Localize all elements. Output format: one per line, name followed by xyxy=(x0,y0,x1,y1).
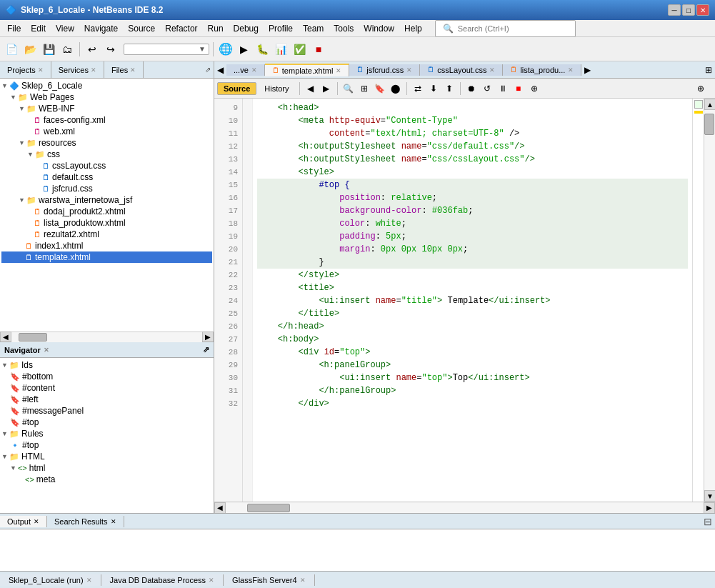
tree-item-jsfcrud[interactable]: ▶ 🗒 jsfcrud.css xyxy=(1,183,212,194)
back-button[interactable]: ◀ xyxy=(304,81,318,96)
nav-item-html[interactable]: ▼ 📁 HTML xyxy=(1,451,212,462)
close-run-glassfish[interactable]: ✕ xyxy=(300,577,306,584)
open-project-button[interactable]: 📂 xyxy=(21,41,39,58)
menu-debug[interactable]: Debug xyxy=(229,22,263,35)
expand-arrow[interactable]: ▼ xyxy=(19,139,25,146)
tree-item-resources[interactable]: ▼ 📁 resources xyxy=(1,137,212,149)
nav-item-top[interactable]: 🔖 #top xyxy=(1,417,212,428)
next-diff[interactable]: ⬇ xyxy=(426,81,441,96)
tab-search-results[interactable]: Search Results ✕ xyxy=(47,516,124,527)
tree-item-dodaj[interactable]: ▶ 🗒 dodaj_produkt2.xhtml xyxy=(1,206,212,217)
tree-item-sklep[interactable]: ▼ 🔷 Sklep_6_Locale xyxy=(1,80,212,91)
maximize-button[interactable]: □ xyxy=(682,4,695,16)
code-content[interactable]: <h:head> <meta http-equiv="Content-Type"… xyxy=(253,99,692,502)
maximize-editor-icon[interactable]: ⊞ xyxy=(705,65,712,75)
pause-button[interactable]: ⏸ xyxy=(496,81,510,96)
nav-item-ids[interactable]: ▼ 📁 Ids xyxy=(1,359,212,371)
left-panel-hscroll[interactable]: ◀ ▶ xyxy=(0,332,214,342)
nav-item-rules[interactable]: ▼ 📁 Rules xyxy=(1,428,212,439)
editor-vscroll[interactable]: ▲ ▼ xyxy=(704,99,715,502)
stop-button[interactable]: ■ xyxy=(310,41,327,58)
tab-ve[interactable]: ...ve ✕ xyxy=(226,64,265,76)
bottom-panel-float-button[interactable]: ⊟ xyxy=(701,516,715,527)
close-button[interactable]: ✕ xyxy=(696,4,709,16)
menu-team[interactable]: Team xyxy=(299,22,328,35)
forward-button[interactable]: ▶ xyxy=(319,81,334,96)
menu-edit[interactable]: Edit xyxy=(26,22,50,35)
tab-jsfcrud[interactable]: 🗒 jsfcrud.css ✕ xyxy=(349,64,420,76)
find-usages-button[interactable]: ⊞ xyxy=(357,81,371,96)
undo-button[interactable]: ↩ xyxy=(84,41,101,58)
tab-lista[interactable]: 🗒 lista_produ... ✕ xyxy=(503,64,581,76)
save-button[interactable]: 💾 xyxy=(40,41,57,58)
search-input[interactable] xyxy=(458,24,572,33)
save-all-button[interactable]: 🗂 xyxy=(59,41,76,58)
menu-help[interactable]: Help xyxy=(400,22,426,35)
menu-view[interactable]: View xyxy=(51,22,79,35)
close-run-sklep[interactable]: ✕ xyxy=(86,577,92,584)
new-project-button[interactable]: 📄 xyxy=(3,41,20,58)
nav-item-rules-top[interactable]: 🔹 #top xyxy=(1,439,212,451)
profile-button[interactable]: 📊 xyxy=(273,41,290,58)
close-run-javadb[interactable]: ✕ xyxy=(209,577,214,584)
close-files-icon[interactable]: ✕ xyxy=(130,66,136,74)
tree-item-warstwa[interactable]: ▼ 📁 warstwa_internetowa_jsf xyxy=(1,194,212,206)
menu-tools[interactable]: Tools xyxy=(329,22,358,35)
redo-button[interactable]: ↪ xyxy=(102,41,119,58)
hscroll-left-button[interactable]: ◀ xyxy=(214,502,226,514)
tab-close-jsfcrud[interactable]: ✕ xyxy=(406,66,412,74)
nav-item-html-tag[interactable]: ▼ <> html xyxy=(1,462,212,474)
tree-item-webinf[interactable]: ▼ 📁 WEB-INF xyxy=(1,103,212,114)
nav-item-content[interactable]: 🔖 #content xyxy=(1,382,212,394)
editor-settings-button[interactable]: ⊕ xyxy=(694,81,708,96)
find-button[interactable]: 🔍 xyxy=(341,81,356,96)
expand-arrow[interactable]: ▼ xyxy=(19,105,25,112)
search-box[interactable]: 🔍 xyxy=(435,20,576,37)
tree-item-lista[interactable]: ▶ 🗒 lista_produktow.xhtml xyxy=(1,217,212,229)
menu-refactor[interactable]: Refactor xyxy=(161,22,201,35)
chrome-button[interactable]: 🌐 xyxy=(217,41,234,58)
build-config-input[interactable] xyxy=(127,45,199,54)
close-services-icon[interactable]: ✕ xyxy=(91,66,96,74)
diff-button[interactable]: ⇄ xyxy=(411,81,425,96)
hscroll-right-button[interactable]: ▶ xyxy=(704,502,715,514)
more-button[interactable]: ⊕ xyxy=(527,81,541,96)
nav-float-button[interactable]: ⇗ xyxy=(203,345,209,354)
toggle-breakpoint[interactable]: ⬤ xyxy=(389,81,403,96)
expand-arrow[interactable]: ▼ xyxy=(27,151,34,158)
tab-template-xhtml[interactable]: 🗒 template.xhtml ✕ xyxy=(265,64,350,76)
hscroll-thumb[interactable] xyxy=(19,333,47,342)
expand-arrow[interactable]: ▼ xyxy=(1,82,8,89)
run-tab-javadb[interactable]: Java DB Database Process ✕ xyxy=(101,574,224,586)
refresh-button[interactable]: ↺ xyxy=(480,81,494,96)
minimize-button[interactable]: ─ xyxy=(668,4,681,16)
tree-item-faces[interactable]: ▶ 🗒 faces-config.xml xyxy=(1,114,212,126)
history-tab[interactable]: History xyxy=(258,82,295,95)
run-tab-glassfish[interactable]: GlassFish Server4 ✕ xyxy=(224,574,314,586)
prev-diff[interactable]: ⬆ xyxy=(442,81,456,96)
source-tab[interactable]: Source xyxy=(217,82,256,95)
menu-navigate[interactable]: Navigate xyxy=(80,22,122,35)
tab-overflow-right[interactable]: ▶ xyxy=(581,65,594,75)
tree-item-rezultat[interactable]: ▶ 🗒 rezultat2.xhtml xyxy=(1,229,212,240)
tree-item-css[interactable]: ▼ 📁 css xyxy=(1,149,212,160)
tab-close-lista[interactable]: ✕ xyxy=(568,66,574,74)
stop-button[interactable]: ■ xyxy=(511,81,526,96)
menu-window[interactable]: Window xyxy=(359,22,399,35)
build-config-dropdown[interactable]: ▼ xyxy=(199,45,206,53)
nav-item-left[interactable]: 🔖 #left xyxy=(1,394,212,405)
tree-item-webxml[interactable]: ▶ 🗒 web.xml xyxy=(1,126,212,137)
expand-arrow[interactable]: ▼ xyxy=(19,196,25,204)
menu-profile[interactable]: Profile xyxy=(264,22,297,35)
tree-item-defaultcss[interactable]: ▶ 🗒 default.css xyxy=(1,171,212,183)
scroll-thumb[interactable] xyxy=(704,114,714,135)
run-button[interactable]: ▶ xyxy=(236,41,253,58)
tab-projects[interactable]: Projects ✕ xyxy=(0,61,51,78)
run-test-button[interactable]: ✅ xyxy=(291,41,309,58)
tab-close-template[interactable]: ✕ xyxy=(336,67,341,74)
tree-item-template[interactable]: ▶ 🗒 template.xhtml xyxy=(1,251,212,263)
menu-file[interactable]: File xyxy=(3,22,25,35)
menu-source[interactable]: Source xyxy=(124,22,159,35)
left-panel-float-button[interactable]: ⇗ xyxy=(202,61,214,78)
tree-item-csslayout[interactable]: ▶ 🗒 cssLayout.css xyxy=(1,160,212,171)
